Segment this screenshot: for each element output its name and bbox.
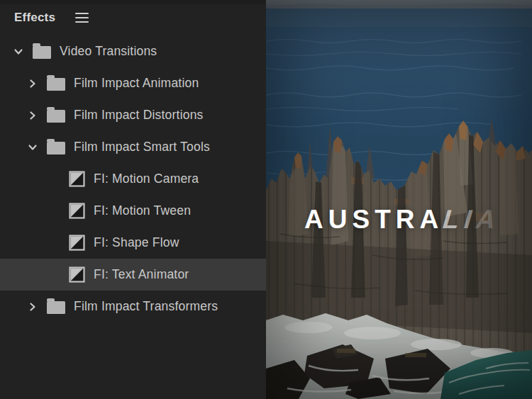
tree-item-fi-text-animator[interactable]: FI: Text Animator	[0, 259, 266, 291]
transition-icon	[69, 203, 85, 219]
chevron-right-icon[interactable]	[27, 110, 38, 121]
effects-panel-tab[interactable]: Effects	[14, 11, 55, 25]
tree-item-label: FI: Motion Tween	[94, 203, 191, 218]
tree-item-label: Film Impact Distortions	[74, 108, 204, 123]
chevron-down-icon[interactable]	[13, 46, 24, 57]
folder-icon	[47, 110, 65, 123]
tree-item-label: FI: Motion Camera	[94, 172, 199, 186]
transition-icon	[69, 266, 85, 283]
effects-panel-header: Effects	[0, 0, 266, 35]
effects-panel: Effects Video Transitions Film Impact An…	[0, 0, 266, 399]
folder-icon	[33, 46, 51, 59]
app-window: Effects Video Transitions Film Impact An…	[0, 0, 532, 399]
transition-icon	[69, 235, 85, 251]
tree-item-label: Film Impact Transformers	[74, 299, 218, 314]
transition-icon	[69, 171, 85, 187]
chevron-down-icon[interactable]	[27, 142, 38, 153]
video-frame-scene	[266, 0, 532, 399]
tree-item-label: FI: Text Animator	[94, 267, 189, 282]
tree-item-film-impact-animation[interactable]: Film Impact Animation	[0, 67, 266, 99]
tree-item-label: Film Impact Smart Tools	[74, 140, 210, 154]
chevron-right-icon[interactable]	[27, 301, 38, 313]
folder-icon	[47, 301, 65, 314]
panel-menu-icon[interactable]	[75, 13, 89, 23]
tree-item-film-impact-smart-tools[interactable]: Film Impact Smart Tools	[0, 131, 266, 163]
title-solid-letters: AUSTRA	[304, 205, 443, 234]
folder-icon	[47, 142, 65, 154]
tree-item-fi-motion-tween[interactable]: FI: Motion Tween	[0, 195, 266, 227]
effects-tree: Video Transitions Film Impact Animation …	[0, 35, 266, 322]
tree-item-fi-shape-flow[interactable]: FI: Shape Flow	[0, 227, 266, 259]
tree-item-fi-motion-camera[interactable]: FI: Motion Camera	[0, 163, 266, 195]
tree-item-film-impact-transformers[interactable]: Film Impact Transformers	[0, 291, 266, 322]
chevron-right-icon[interactable]	[27, 78, 38, 89]
folder-icon	[47, 78, 65, 91]
video-preview: AUSTRALIA	[266, 0, 532, 399]
tree-item-label: Film Impact Animation	[74, 76, 199, 91]
tree-item-label: FI: Shape Flow	[94, 235, 179, 250]
video-title-overlay: AUSTRALIA	[266, 206, 532, 232]
tree-item-film-impact-distortions[interactable]: Film Impact Distortions	[0, 99, 266, 131]
tree-item-label: Video Transitions	[60, 44, 157, 59]
tree-item-video-transitions[interactable]: Video Transitions	[0, 35, 266, 67]
